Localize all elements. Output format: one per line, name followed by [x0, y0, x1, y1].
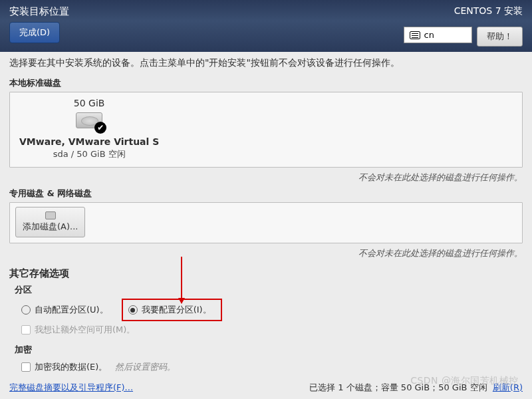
disk-size: 50 GiB — [19, 98, 159, 108]
radio-icon-selected — [128, 305, 138, 315]
local-disks-label: 本地标准磁盘 — [9, 77, 523, 89]
encrypt-label: 加密 — [15, 344, 523, 356]
done-button[interactable]: 完成(D) — [9, 22, 60, 43]
hard-drive-icon: ✔ — [73, 112, 105, 132]
special-disks-note: 不会对未在此处选择的磁盘进行任何操作。 — [9, 247, 523, 259]
encrypt-hint: 然后设置密码。 — [115, 361, 176, 373]
radio-manual-partition[interactable]: 我要配置分区(I)。 — [122, 299, 222, 321]
radio-auto-label: 自动配置分区(U)。 — [35, 304, 108, 316]
selected-check-icon: ✔ — [94, 122, 106, 134]
local-disks-panel: 50 GiB ✔ VMware, VMware Virtual S sda / … — [9, 92, 523, 168]
help-button[interactable]: 帮助！ — [477, 27, 523, 47]
header-bar: 安装目标位置 CENTOS 7 安装 完成(D) cn 帮助！ — [0, 0, 532, 52]
page-title: 安装目标位置 — [9, 5, 523, 18]
radio-icon — [21, 305, 31, 315]
local-disks-note: 不会对未在此处选择的磁盘进行任何操作。 — [9, 172, 523, 184]
extra-space-label: 我想让额外空间可用(M)。 — [35, 324, 135, 336]
installer-subtitle: CENTOS 7 安装 — [454, 5, 523, 17]
annotation-arrow — [181, 257, 182, 303]
special-disks-panel: 添加磁盘(A)... — [9, 202, 523, 243]
checkbox-icon — [21, 362, 31, 372]
keyboard-icon — [410, 31, 420, 39]
disk-name: VMware, VMware Virtual S — [19, 136, 159, 147]
disk-add-icon — [45, 211, 56, 219]
add-disk-label: 添加磁盘(A)... — [23, 221, 78, 233]
footer-bar: 完整磁盘摘要以及引导程序(F)... 已选择 1 个磁盘；容量 50 GiB；5… — [0, 376, 532, 399]
disk-item[interactable]: 50 GiB ✔ VMware, VMware Virtual S sda / … — [15, 96, 163, 162]
special-disks-label: 专用磁盘 & 网络磁盘 — [9, 188, 523, 200]
intro-text: 选择要在其中安装系统的设备。点击主菜单中的"开始安装"按钮前不会对该设备进行任何… — [9, 52, 523, 73]
checkbox-icon — [21, 325, 31, 334]
refresh-link[interactable]: 刷新(R) — [493, 382, 523, 392]
add-disk-button[interactable]: 添加磁盘(A)... — [15, 207, 85, 237]
encrypt-chk-label: 加密我的数据(E)。 — [35, 361, 107, 373]
other-options-title: 其它存储选项 — [9, 267, 523, 280]
radio-auto-partition[interactable]: 自动配置分区(U)。 — [21, 301, 108, 319]
disk-detail: sda / 50 GiB 空闲 — [19, 148, 159, 160]
radio-manual-label: 我要配置分区(I)。 — [142, 304, 211, 316]
disk-summary-link[interactable]: 完整磁盘摘要以及引导程序(F)... — [9, 382, 133, 394]
checkbox-encrypt[interactable]: 加密我的数据(E)。 然后设置密码。 — [21, 358, 523, 376]
partition-label: 分区 — [15, 284, 523, 296]
selection-status: 已选择 1 个磁盘；容量 50 GiB；50 GiB 空闲 刷新(R) — [309, 382, 523, 394]
keyboard-layout-indicator[interactable]: cn — [404, 27, 472, 43]
checkbox-extra-space: 我想让额外空间可用(M)。 — [21, 321, 523, 338]
keyboard-layout-code: cn — [424, 30, 434, 40]
